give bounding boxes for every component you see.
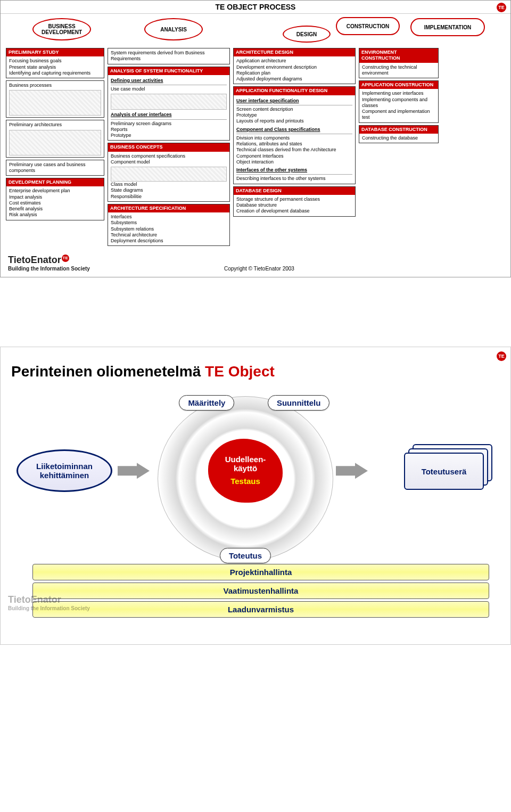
miniature-diagram-icon [9,90,101,116]
title-part-a: Perinteinen oliomenetelmä [11,363,205,380]
box-business-processes: Business processes [6,80,104,118]
line: Component Interfaces [236,153,352,159]
line: State diagrams [111,187,227,193]
label: Business processes [9,83,101,88]
line: Implementing user interfaces [362,91,435,96]
brand-main: TietoEnatorTE [8,255,90,266]
line: Constructing the database [362,135,435,141]
line: Subsystems [111,220,227,226]
slide1-title-bar: TE OBJECT PROCESS TE [1,1,510,14]
pill-suunnittelu: Suunnittelu [268,395,330,411]
center-blob: Uudelleen- käyttö Testaus [208,439,283,503]
line: Describing interfaces to the other syste… [236,176,352,182]
bar-projektinhallinta: Projektinhallinta [32,564,489,580]
line: Interfaces [111,214,227,220]
sub-analysis-ui: Analysis of user interfaces [111,111,227,119]
brand-tagline: Building the Information Society [8,266,90,272]
box-development-planning: DEVELOPMENT PLANNING Enterprise developm… [6,178,104,220]
hdr-app-functionality-design: APPLICATION FUNCTIONALITY DESIGN [234,87,355,95]
line: Component and implementation test [362,109,435,121]
phase-business-development: BUSINESS DEVELOPMENT [32,18,91,40]
phase-ellipse-row: BUSINESS DEVELOPMENT ANALYSIS DESIGN CON… [1,14,510,46]
box-preliminary-study: PRELIMINARY STUDY Focusing business goal… [6,48,104,78]
copyright: Copyright © TietoEnator 2003 [90,266,428,272]
col-business-development: PRELIMINARY STUDY Focusing business goal… [6,48,104,220]
te-badge-icon: TE [497,351,506,361]
hdr-preliminary-study: PRELIMINARY STUDY [6,48,104,56]
reuse-label: Uudelleen- käyttö [225,455,266,473]
box-environment-construction: ENVIRONMENT CONSTRUCTION Constructing th… [359,48,439,78]
box-application-functionality-design: APPLICATION FUNCTIONALITY DESIGN User in… [233,86,356,184]
sub-ui-spec: User interface specification [236,97,352,105]
line: Constructing the technical environment [362,64,435,77]
output-card: Toteutuserä [404,453,484,490]
line: Class model [111,182,227,187]
input-ellipse: Liiketoiminnan kehittäminen [17,449,112,492]
box-architecture-design: ARCHITECTURE DESIGN Application architec… [233,48,356,84]
hdr-app-construction: APPLICATION CONSTRUCTION [359,81,438,89]
line: Subsystem relations [111,226,227,232]
line: Technical classes derived from the Archi… [236,147,352,153]
phase-columns: PRELIMINARY STUDY Focusing business goal… [1,46,510,251]
line: Database structure [236,202,352,208]
line: Object interaction [236,159,352,165]
line: Replication plan [236,70,352,76]
line: System requirements derived from Busines… [111,50,227,62]
support-bars: Projektinhallinta Vaatimustenhallinta La… [32,564,489,618]
sub-interfaces-other: Interfaces of the other systems [236,166,352,175]
box-preliminary-usecases: Preliminary use cases and business compo… [6,160,104,176]
hdr-architecture-specification: ARCHITECTURE SPECIFICATION [108,204,229,212]
brand-tagline: Building the Information Society [8,605,90,611]
arrow-right-icon [336,463,368,479]
line: Impact analysis [9,194,101,200]
miniature-diagram-icon [111,167,227,182]
slide-2: TE Perinteinen oliomenetelmä TE Object L… [0,347,511,645]
line: Prototype [236,112,352,118]
line: Technical architecture [111,232,227,238]
phase-implementation: IMPLEMENTATION [410,18,485,36]
bar-vaatimustenhallinta: Vaatimustenhallinta [32,583,489,599]
line: Adjusted deployment diagrams [236,76,352,82]
te-badge-icon: TE [497,3,506,12]
brand-main: TietoEnator [8,594,90,605]
box-analysis-functionality: ANALYSIS OF SYSTEM FUNCTIONALITY Definin… [108,67,230,141]
line: Responsibilitie [111,194,227,200]
line: Cost estimates [9,200,101,206]
cycle-diagram: Uudelleen- käyttö Testaus Määrittely Suu… [158,396,333,561]
label: Preliminary architectures [9,122,101,128]
phase-construction: CONSTRUCTION [336,17,400,35]
line: Development environment description [236,64,352,70]
box-database-design: DATABASE DESIGN Storage structure of per… [233,186,356,217]
line: Prototype [111,133,227,138]
line: Focusing business goals [9,58,101,64]
bar-laadunvarmistus: Laadunvarmistus [32,601,489,618]
col-design: ARCHITECTURE DESIGN Application architec… [233,48,356,217]
box-database-construction: DATABASE CONSTRUCTION Constructing the d… [359,125,439,144]
line: Benefit analysis [9,206,101,212]
box-application-construction: APPLICATION CONSTRUCTION Implementing us… [359,80,439,123]
line: Preliminary screen diagrams [111,121,227,127]
te-dot-icon: TE [62,255,69,262]
title-part-b: TE Object [205,363,275,380]
brand-logo: TietoEnatorTE Building the Information S… [8,255,90,272]
brand-text: TietoEnator [8,255,61,265]
swirl-icon: Uudelleen- käyttö Testaus [158,396,333,561]
hdr-development-planning: DEVELOPMENT PLANNING [6,178,104,186]
line: Business component specifications [111,153,227,159]
line: Identifying and capturing requirements [9,70,101,76]
label: Preliminary use cases and business compo… [9,162,101,174]
box-system-requirements: System requirements derived from Busines… [108,48,230,64]
hdr-business-concepts: BUSINESS CONCEPTS [108,143,229,151]
line: Layouts of reports and printouts [236,118,352,124]
hdr-env-construction: ENVIRONMENT CONSTRUCTION [359,48,438,63]
col-analysis: System requirements derived from Busines… [108,48,230,246]
miniature-diagram-icon [111,94,227,110]
phase-analysis: ANALYSIS [144,18,203,40]
line: Screen content description [236,106,352,112]
line: Present state analysis [9,64,101,70]
line: Storage structure of permanent classes [236,196,352,202]
hdr-architecture-design: ARCHITECTURE DESIGN [234,48,355,56]
brand-logo-faded: TietoEnator Building the Information Soc… [8,594,90,611]
phase-design: DESIGN [283,26,331,43]
line: Reports [111,127,227,133]
